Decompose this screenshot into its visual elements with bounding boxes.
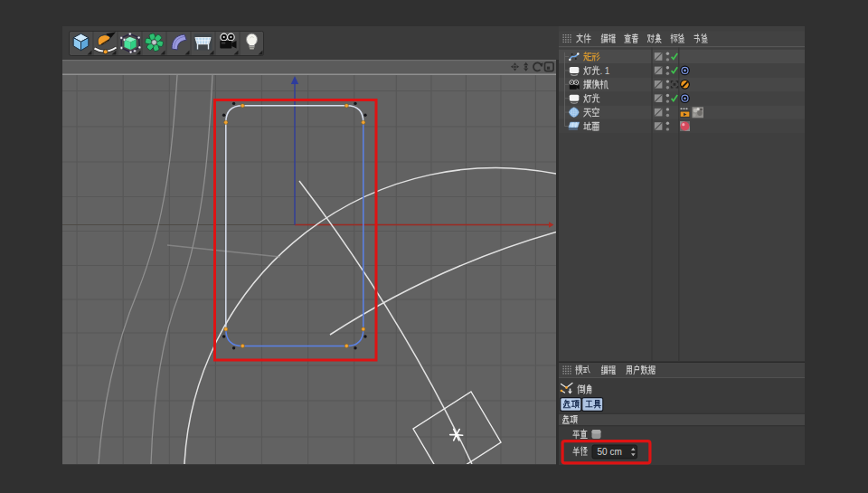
svg-text:1: 1 <box>605 66 610 76</box>
svg-text:.: . <box>599 66 602 76</box>
svg-text:50 cm: 50 cm <box>598 447 622 457</box>
